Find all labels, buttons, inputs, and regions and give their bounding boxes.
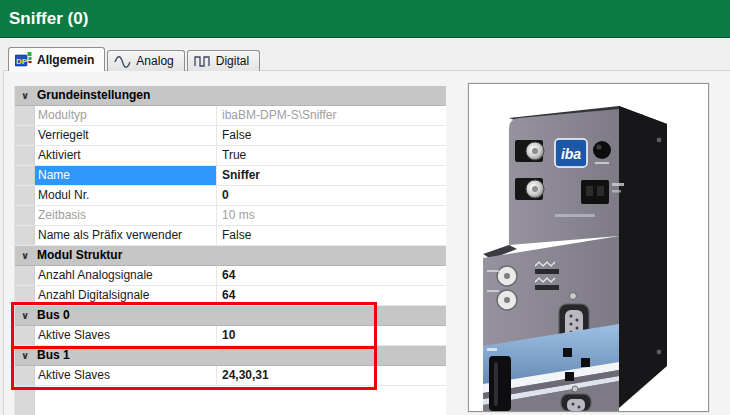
property-row[interactable]: Anzahl Digitalsignale64: [15, 286, 446, 306]
section-header-row[interactable]: ∨Grundeinstellungen: [15, 86, 446, 106]
device-image-panel: iba: [468, 83, 709, 412]
property-row[interactable]: Anzahl Analogsignale64: [15, 266, 446, 286]
section-label: Grundeinstellungen: [35, 86, 150, 105]
property-row[interactable]: Aktive Slaves10: [15, 326, 446, 346]
device-upper-front: [509, 109, 619, 245]
property-row[interactable]: ModultypibaBM-DPM-S\Sniffer: [15, 106, 446, 126]
module-title-bar: Sniffer (0): [0, 0, 730, 38]
chevron-down-icon[interactable]: ∨: [15, 246, 35, 265]
tab-allgemein[interactable]: DP Allgemein: [8, 47, 105, 71]
property-label[interactable]: Name als Präfix verwender: [35, 226, 217, 245]
row-gutter: [15, 186, 35, 205]
device-photo: iba: [469, 84, 708, 411]
tab-strip: DP Allgemein Analog Digital: [8, 47, 262, 71]
page-title: Sniffer (0): [9, 9, 88, 28]
row-gutter: [15, 166, 35, 185]
property-row[interactable]: VerriegeltFalse: [15, 126, 446, 146]
property-value[interactable]: 0: [217, 186, 446, 205]
iba-logo: iba: [555, 139, 587, 167]
square-wave-icon: [194, 54, 211, 69]
property-row[interactable]: NameSniffer: [15, 166, 446, 186]
chevron-down-icon[interactable]: ∨: [15, 306, 35, 325]
tab-label: Digital: [216, 54, 249, 68]
property-row[interactable]: Name als Präfix verwenderFalse: [15, 226, 446, 246]
property-value[interactable]: 10 ms: [217, 206, 446, 225]
chevron-down-icon[interactable]: ∨: [15, 86, 35, 105]
sine-wave-icon: [114, 54, 131, 69]
row-gutter: [15, 286, 35, 305]
property-value[interactable]: ibaBM-DPM-S\Sniffer: [217, 106, 446, 125]
property-row[interactable]: Modul Nr.0: [15, 186, 446, 206]
property-value[interactable]: 24,30,31: [217, 366, 446, 385]
property-value[interactable]: False: [217, 226, 446, 245]
property-label[interactable]: Aktiviert: [35, 146, 217, 165]
section-label: Modul Struktur: [35, 246, 122, 265]
svg-text:iba: iba: [561, 146, 581, 162]
tab-label: Allgemein: [37, 53, 94, 67]
fiber-optic-connector-bottom: [515, 178, 544, 200]
row-gutter: [15, 226, 35, 245]
property-label[interactable]: Anzahl Digitalsignale: [35, 286, 217, 305]
row-gutter: [15, 326, 35, 345]
property-label[interactable]: Zeitbasis: [35, 206, 217, 225]
row-gutter: [15, 126, 35, 145]
cf-card-slot: [487, 348, 511, 411]
property-label[interactable]: Anzahl Analogsignale: [35, 266, 217, 285]
property-row[interactable]: AktiviertTrue: [15, 146, 446, 166]
section-header-row[interactable]: ∨Modul Struktur: [15, 246, 446, 266]
tab-label: Analog: [136, 54, 173, 68]
chevron-down-icon[interactable]: ∨: [15, 346, 35, 365]
section-header-row[interactable]: ∨Bus 1: [15, 346, 446, 366]
property-value[interactable]: 10: [217, 326, 446, 345]
property-row[interactable]: Zeitbasis10 ms: [15, 206, 446, 226]
device-side-panel: [619, 106, 667, 408]
property-value[interactable]: Sniffer: [217, 166, 446, 185]
property-label[interactable]: Name: [35, 166, 217, 185]
dp-module-icon: DP: [15, 52, 32, 67]
property-label[interactable]: Aktive Slaves: [35, 326, 217, 345]
fiber-optic-connector-top: [515, 140, 544, 162]
property-label[interactable]: Modultyp: [35, 106, 217, 125]
section-header-row[interactable]: ∨Bus 0: [15, 306, 446, 326]
svg-text:DP: DP: [16, 57, 28, 66]
row-gutter: [15, 266, 35, 285]
property-label[interactable]: Modul Nr.: [35, 186, 217, 205]
tab-digital[interactable]: Digital: [187, 50, 260, 71]
property-label[interactable]: Verriegelt: [35, 126, 217, 145]
property-value[interactable]: 64: [217, 266, 446, 285]
property-value[interactable]: False: [217, 126, 446, 145]
row-gutter: [15, 106, 35, 125]
row-gutter: [15, 366, 35, 385]
property-value[interactable]: 64: [217, 286, 446, 305]
property-grid: ∨GrundeinstellungenModultypibaBM-DPM-S\S…: [14, 86, 446, 415]
row-gutter: [15, 206, 35, 225]
property-label[interactable]: Aktive Slaves: [35, 366, 217, 385]
property-row[interactable]: Aktive Slaves24,30,31: [15, 366, 446, 386]
grid-rows: ∨GrundeinstellungenModultypibaBM-DPM-S\S…: [15, 86, 446, 386]
row-gutter: [15, 146, 35, 165]
section-label: Bus 1: [35, 346, 70, 365]
property-value[interactable]: True: [217, 146, 446, 165]
section-label: Bus 0: [35, 306, 70, 325]
tab-analog[interactable]: Analog: [107, 50, 184, 71]
